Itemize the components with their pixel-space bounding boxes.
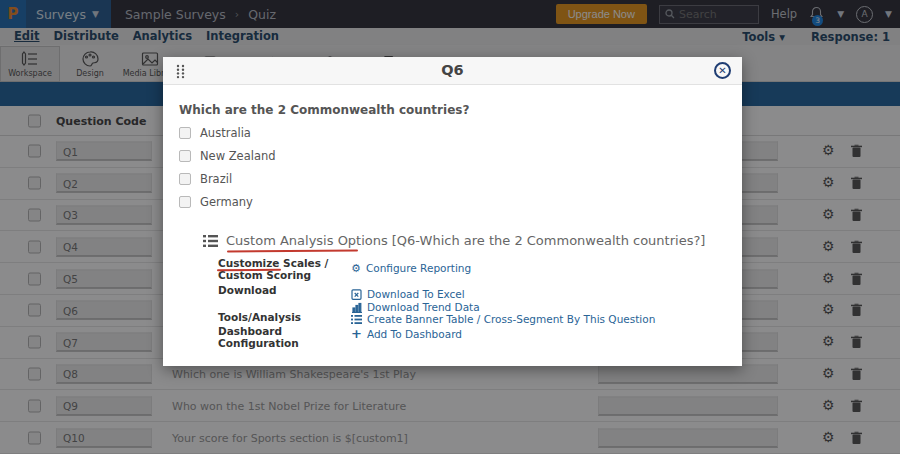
- link-label: Add To Dashboard: [367, 328, 462, 340]
- option-row: Australia: [179, 121, 276, 144]
- link-label: Create Banner Table / Cross-Segment By T…: [367, 313, 655, 325]
- analysis-title-question-ref: [Q6-Which are the 2 Commonwealth countri…: [392, 233, 706, 248]
- analysis-category-dashboard-configuration: Dashboard Configuration: [218, 325, 346, 349]
- close-icon[interactable]: ✕: [714, 62, 731, 79]
- option-label: Germany: [200, 195, 253, 209]
- option-checkbox[interactable]: [179, 127, 191, 139]
- link-label: Configure Reporting: [366, 262, 471, 274]
- option-row: New Zealand: [179, 144, 276, 167]
- modal-title: Q6: [163, 62, 742, 78]
- option-row: Brazil: [179, 167, 276, 190]
- analysis-category-tools-analysis: Tools/Analysis: [218, 311, 346, 323]
- link-label: Download To Excel: [367, 288, 465, 300]
- analysis-category-download: Download: [218, 284, 346, 296]
- configure-reporting-link[interactable]: ⚙ Configure Reporting: [351, 262, 471, 274]
- option-label: Brazil: [200, 172, 232, 186]
- add-to-dashboard-link[interactable]: + Add To Dashboard: [351, 327, 462, 340]
- plus-icon: +: [351, 327, 362, 340]
- option-label: Australia: [200, 126, 251, 140]
- modal-options-list: Australia New Zealand Brazil Germany: [179, 121, 276, 213]
- banner-list-icon: [351, 314, 362, 325]
- cogs-icon: ⚙: [351, 263, 361, 274]
- red-annotation-underline: [227, 250, 358, 253]
- option-checkbox[interactable]: [179, 173, 191, 185]
- create-banner-table-link[interactable]: Create Banner Table / Cross-Segment By T…: [351, 313, 655, 325]
- option-row: Germany: [179, 190, 276, 213]
- option-checkbox[interactable]: [179, 196, 191, 208]
- analysis-title-text: Custom Analysis Options: [226, 233, 388, 248]
- download-to-excel-link[interactable]: Download To Excel: [351, 288, 465, 300]
- link-label: Download Trend Data: [367, 301, 480, 313]
- option-label: New Zealand: [200, 149, 276, 163]
- modal-question-text: Which are the 2 Commonwealth countries?: [179, 103, 469, 117]
- excel-file-icon: [351, 289, 362, 300]
- app-window: P Surveys ▼ Sample Surveys › Quiz Upgrad…: [0, 0, 900, 454]
- option-checkbox[interactable]: [179, 150, 191, 162]
- download-trend-data-link[interactable]: Download Trend Data: [351, 301, 480, 313]
- list-icon: [203, 235, 218, 247]
- analysis-section-title: Custom Analysis Options[Q6-Which are the…: [226, 233, 705, 248]
- question-detail-modal: Q6 ✕ Which are the 2 Commonwealth countr…: [163, 57, 742, 366]
- trend-chart-icon: [351, 302, 362, 313]
- modal-header: Q6 ✕: [163, 57, 742, 85]
